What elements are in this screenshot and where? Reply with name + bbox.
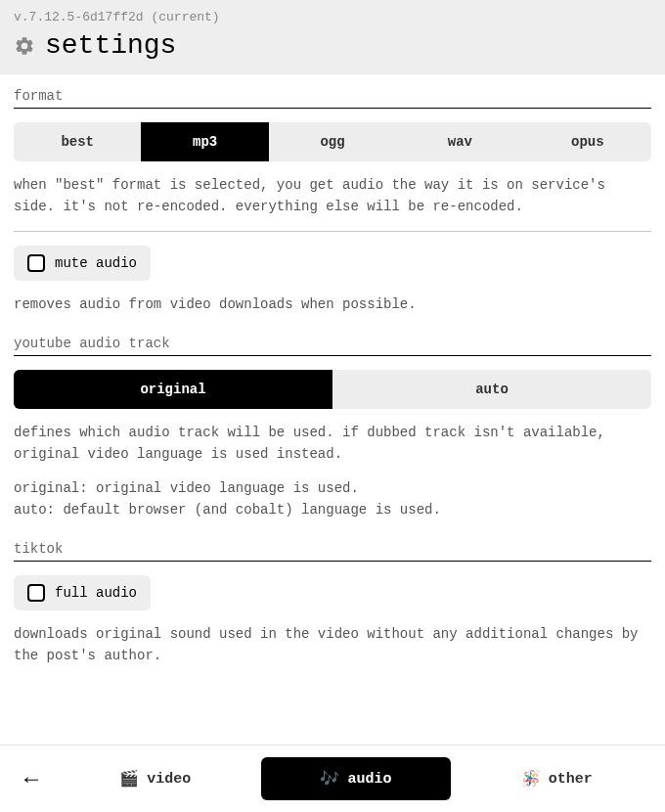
footer-tabs: ← 🎬 video 🎶 audio 🪅 other [0, 744, 665, 812]
youtube-track-option-original[interactable]: original [14, 370, 332, 409]
tab-audio[interactable]: 🎶 audio [261, 757, 450, 800]
youtube-track-description: defines which audio track will be used. … [14, 423, 651, 465]
youtube-track-options: original auto [14, 370, 651, 409]
format-section-label: format [14, 82, 651, 109]
format-option-best[interactable]: best [14, 122, 141, 161]
format-option-ogg[interactable]: ogg [269, 122, 396, 161]
format-description: when "best" format is selected, you get … [14, 175, 651, 217]
mute-audio-toggle[interactable]: mute audio [14, 246, 151, 281]
mute-audio-description: removes audio from video downloads when … [14, 294, 651, 316]
clapper-icon: 🎬 [119, 769, 139, 789]
tab-other-label: other [549, 771, 593, 788]
format-option-mp3[interactable]: mp3 [141, 122, 268, 161]
format-option-wav[interactable]: wav [396, 122, 523, 161]
version-label: v.7.12.5-6d17ff2d (current) [14, 10, 651, 24]
tab-video[interactable]: 🎬 video [61, 757, 249, 800]
mute-audio-label: mute audio [55, 255, 137, 271]
youtube-track-option-auto[interactable]: auto [332, 370, 651, 409]
tiktok-section-label: tiktok [14, 535, 651, 562]
gear-icon [14, 35, 35, 57]
pinata-icon: 🪅 [521, 769, 541, 789]
music-icon: 🎶 [320, 769, 339, 789]
settings-header: v.7.12.5-6d17ff2d (current) settings [0, 0, 665, 74]
mute-audio-checkbox[interactable] [27, 254, 45, 272]
arrow-left-icon: ← [20, 765, 43, 792]
settings-content: format best mp3 ogg wav opus when "best"… [0, 74, 665, 744]
tab-audio-label: audio [347, 771, 391, 788]
full-audio-toggle[interactable]: full audio [14, 575, 151, 610]
back-button[interactable]: ← [14, 765, 49, 792]
divider [14, 231, 651, 232]
full-audio-checkbox[interactable] [27, 584, 45, 602]
full-audio-label: full audio [55, 585, 137, 601]
full-audio-description: downloads original sound used in the vid… [14, 624, 651, 666]
format-option-opus[interactable]: opus [524, 122, 651, 161]
page-title: settings [45, 30, 176, 61]
tab-video-label: video [147, 771, 191, 788]
tab-other[interactable]: 🪅 other [463, 757, 651, 800]
format-options: best mp3 ogg wav opus [14, 122, 651, 161]
youtube-track-explain: original: original video language is use… [14, 478, 651, 520]
youtube-track-section-label: youtube audio track [14, 330, 651, 356]
